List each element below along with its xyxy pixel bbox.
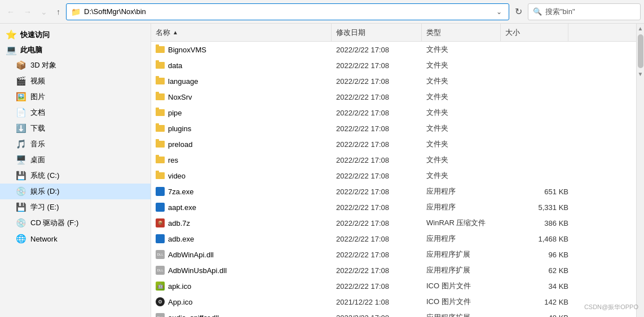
file-date-cell: 2022/2/22 17:08 xyxy=(336,61,426,70)
file-size-cell: 34 KB xyxy=(505,282,573,291)
file-name-text: adb.exe xyxy=(168,235,194,243)
address-dropdown-button[interactable]: ⌄ xyxy=(494,7,504,17)
dll-icon: DLL xyxy=(156,250,165,259)
folder-icon xyxy=(156,109,165,116)
address-bar[interactable]: 📁 D:\SoftMgr\Nox\bin ⌄ xyxy=(66,3,509,20)
search-bar[interactable]: 🔍 搜索"bin" xyxy=(528,3,641,20)
sidebar-item-network[interactable]: 🌐 Network xyxy=(0,231,151,247)
table-row[interactable]: DLL AdbWinUsbApi.dll 2022/2/22 17:08 应用程… xyxy=(151,262,636,278)
sidebar-item-video[interactable]: 🎬 视频 xyxy=(0,73,151,89)
sidebar-item-drive-f[interactable]: 💿 CD 驱动器 (F:) xyxy=(0,215,151,231)
sidebar-item-drive-f-label: CD 驱动器 (F:) xyxy=(30,218,78,228)
file-name-cell: 📦 adb.7z xyxy=(156,218,336,227)
recent-button[interactable]: ⌄ xyxy=(37,5,51,19)
file-name-text: NoxSrv xyxy=(168,93,192,101)
folder-icon xyxy=(156,157,165,163)
col-header-date[interactable]: 修改日期 xyxy=(332,24,422,41)
sidebar-item-drive-c[interactable]: 💾 系统 (C:) xyxy=(0,168,151,184)
table-row[interactable]: adb.exe 2022/2/22 17:08 应用程序 1,468 KB xyxy=(151,231,636,247)
sidebar-item-music[interactable]: 🎵 音乐 xyxy=(0,136,151,152)
scroll-thumb[interactable] xyxy=(638,34,643,68)
file-name-text: App.ico xyxy=(168,298,192,306)
file-type-cell: ICO 图片文件 xyxy=(426,281,505,291)
right-scrollbar[interactable]: ▲ ▼ xyxy=(636,24,644,317)
file-name-text: AdbWinUsbApi.dll xyxy=(168,266,227,275)
toolbar: ← → ⌄ ↑ 📁 D:\SoftMgr\Nox\bin ⌄ ↻ 🔍 搜索"bi… xyxy=(0,0,644,24)
file-date-cell: 2022/2/22 17:08 xyxy=(336,140,426,149)
file-type-cell: 文件夹 xyxy=(426,139,505,149)
sidebar-item-drive-d[interactable]: 💿 娱乐 (D:) xyxy=(0,184,151,199)
sort-arrow-icon: ▲ xyxy=(173,29,178,35)
file-size-cell: 62 KB xyxy=(505,266,573,275)
sidebar-item-3d-label: 3D 对象 xyxy=(30,60,56,70)
file-date-cell: 2022/2/22 17:08 xyxy=(336,314,426,318)
table-row[interactable]: BignoxVMS 2022/2/22 17:08 文件夹 xyxy=(151,42,636,57)
sidebar-item-drive-c-label: 系统 (C:) xyxy=(30,171,59,181)
table-row[interactable]: NoxSrv 2022/2/22 17:08 文件夹 xyxy=(151,89,636,105)
file-date-cell: 2022/2/22 17:08 xyxy=(336,235,426,243)
file-type-cell: 应用程序 xyxy=(426,234,505,244)
file-name-cell: ⚙ App.ico xyxy=(156,297,336,306)
table-row[interactable]: pipe 2022/2/22 17:08 文件夹 xyxy=(151,105,636,120)
ico-apk-icon: 🤖 xyxy=(156,282,165,291)
doc-icon: 📄 xyxy=(16,108,26,118)
dll-icon: DLL xyxy=(156,313,165,317)
file-date-cell: 2021/12/22 1:08 xyxy=(336,298,426,306)
col-header-name[interactable]: 名称 ▲ xyxy=(151,24,332,41)
up-button[interactable]: ↑ xyxy=(53,5,64,19)
file-type-cell: 文件夹 xyxy=(426,123,505,133)
sidebar-item-drive-e[interactable]: 💾 学习 (E:) xyxy=(0,199,151,215)
table-row[interactable]: video 2022/2/22 17:08 文件夹 xyxy=(151,168,636,184)
table-row[interactable]: preload 2022/2/22 17:08 文件夹 xyxy=(151,136,636,152)
content-area: 名称 ▲ 修改日期 类型 大小 BignoxVMS 2022/2/22 17:0… xyxy=(151,24,636,317)
quickaccess-icon: ⭐ xyxy=(6,29,17,40)
file-name-cell: DLL AdbWinApi.dll xyxy=(156,250,336,259)
table-row[interactable]: aapt.exe 2022/2/22 17:08 应用程序 5,331 KB xyxy=(151,199,636,215)
pc-header[interactable]: 💻 此电脑 xyxy=(0,42,151,57)
scroll-down-button[interactable]: ▼ xyxy=(637,69,645,79)
sidebar-item-doc[interactable]: 📄 文档 xyxy=(0,105,151,120)
file-date-cell: 2022/2/22 17:08 xyxy=(336,93,426,101)
file-date-cell: 2022/2/22 17:08 xyxy=(336,282,426,291)
music-icon: 🎵 xyxy=(16,139,26,149)
folder-icon xyxy=(156,141,165,148)
address-folder-icon: 📁 xyxy=(71,7,81,16)
table-row[interactable]: plugins 2022/2/22 17:08 文件夹 xyxy=(151,120,636,136)
table-row[interactable]: res 2022/2/22 17:08 文件夹 xyxy=(151,152,636,168)
file-type-cell: 应用程序 xyxy=(426,202,505,212)
forward-button[interactable]: → xyxy=(20,5,35,19)
file-type-cell: 应用程序扩展 xyxy=(426,312,505,317)
sidebar-item-download-label: 下载 xyxy=(30,123,45,133)
file-name-text: plugins xyxy=(168,124,191,133)
exe-icon xyxy=(156,203,165,212)
file-type-cell: 文件夹 xyxy=(426,60,505,70)
file-type-cell: 文件夹 xyxy=(426,155,505,165)
sidebar-item-drive-d-label: 娱乐 (D:) xyxy=(30,186,59,197)
file-date-cell: 2022/2/22 17:08 xyxy=(336,46,426,54)
col-header-size[interactable]: 大小 xyxy=(501,24,568,41)
sidebar-item-desktop[interactable]: 🖥️ 桌面 xyxy=(0,152,151,168)
table-row[interactable]: 🤖 apk.ico 2022/2/22 17:08 ICO 图片文件 34 KB xyxy=(151,278,636,294)
quickaccess-header[interactable]: ⭐ 快速访问 xyxy=(0,27,151,42)
download-icon: ⬇️ xyxy=(16,123,26,133)
pc-icon: 💻 xyxy=(6,44,17,55)
file-type-cell: 文件夹 xyxy=(426,171,505,181)
table-row[interactable]: DLL audio_sniffer.dll 2022/2/22 17:08 应用… xyxy=(151,310,636,317)
sidebar-item-download[interactable]: ⬇️ 下载 xyxy=(0,120,151,136)
file-size-cell: 651 KB xyxy=(505,187,573,196)
col-header-type[interactable]: 类型 xyxy=(422,24,501,41)
table-row[interactable]: data 2022/2/22 17:08 文件夹 xyxy=(151,57,636,73)
table-row[interactable]: language 2022/2/22 17:08 文件夹 xyxy=(151,73,636,89)
refresh-button[interactable]: ↻ xyxy=(511,4,526,19)
table-row[interactable]: ⚙ App.ico 2021/12/22 1:08 ICO 图片文件 142 K… xyxy=(151,294,636,310)
desktop-icon: 🖥️ xyxy=(16,155,26,165)
file-name-text: video xyxy=(168,172,186,180)
sidebar-item-picture[interactable]: 🖼️ 图片 xyxy=(0,89,151,105)
table-row[interactable]: DLL AdbWinApi.dll 2022/2/22 17:08 应用程序扩展… xyxy=(151,247,636,262)
scroll-up-button[interactable]: ▲ xyxy=(637,24,645,33)
file-date-cell: 2022/2/22 17:08 xyxy=(336,77,426,86)
sidebar-item-3d[interactable]: 📦 3D 对象 xyxy=(0,57,151,73)
table-row[interactable]: 7za.exe 2022/2/22 17:08 应用程序 651 KB xyxy=(151,184,636,199)
back-button[interactable]: ← xyxy=(3,5,18,19)
table-row[interactable]: 📦 adb.7z 2022/2/22 17:08 WinRAR 压缩文件 386… xyxy=(151,215,636,231)
